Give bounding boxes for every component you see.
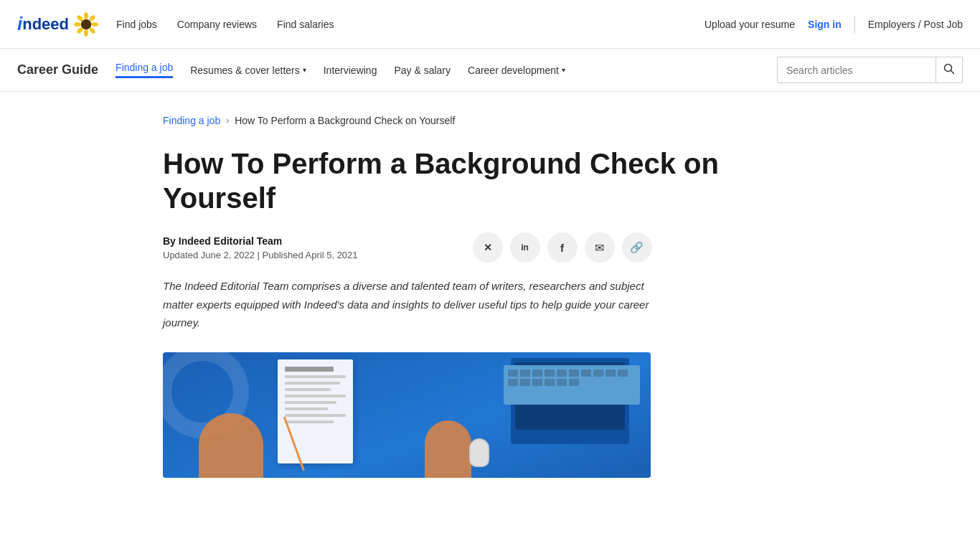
breadcrumb-current: How To Perform a Background Check on You… — [235, 115, 455, 126]
svg-point-2 — [84, 29, 88, 37]
search-articles-button[interactable] — [936, 57, 962, 83]
top-nav: i ndeed Find jobs Company reviews — [0, 0, 980, 49]
logo-rest: ndeed — [22, 15, 69, 34]
hero-image — [163, 352, 651, 478]
link-icon: 🔗 — [630, 241, 644, 254]
nav-divider — [854, 16, 855, 33]
email-icon: ✉ — [595, 241, 604, 255]
svg-point-9 — [81, 19, 91, 29]
breadcrumb: Finding a job › How To Perform a Backgro… — [163, 115, 817, 126]
twitter-icon: ✕ — [484, 242, 492, 253]
nav-interviewing[interactable]: Interviewing — [324, 65, 377, 76]
twitter-share-button[interactable]: ✕ — [473, 232, 503, 263]
hero-mouse — [469, 438, 489, 467]
copy-link-button[interactable]: 🔗 — [622, 232, 652, 263]
svg-point-12 — [85, 25, 86, 27]
hero-keyboard — [504, 365, 640, 405]
search-icon — [943, 63, 955, 75]
author-prefix: By — [163, 235, 179, 247]
hero-right-hand — [425, 420, 471, 478]
sign-in-button[interactable]: Sign in — [808, 19, 842, 30]
author-name-text: Indeed Editorial Team — [179, 235, 282, 247]
nav-pay-salary[interactable]: Pay & salary — [394, 65, 451, 76]
svg-point-1 — [84, 12, 88, 19]
main-content: Finding a job › How To Perform a Backgro… — [146, 92, 834, 507]
author-share-row: By Indeed Editorial Team Updated June 2,… — [163, 232, 817, 263]
email-share-button[interactable]: ✉ — [585, 232, 615, 263]
logo-area: i ndeed — [17, 11, 99, 37]
employers-link[interactable]: Employers / Post Job — [868, 19, 963, 30]
nav-finding-a-job[interactable]: Finding a job — [116, 62, 173, 78]
author-info: By Indeed Editorial Team Updated June 2,… — [163, 235, 358, 260]
find-salaries-link[interactable]: Find salaries — [277, 19, 334, 30]
company-reviews-link[interactable]: Company reviews — [177, 19, 257, 30]
hero-left-hand — [199, 413, 263, 478]
breadcrumb-parent-link[interactable]: Finding a job — [163, 115, 220, 126]
share-buttons: ✕ in f ✉ 🔗 — [473, 232, 652, 263]
find-jobs-link[interactable]: Find jobs — [116, 19, 157, 30]
breadcrumb-separator: › — [226, 116, 229, 126]
nav-resumes[interactable]: Resumes & cover letters ▾ — [190, 65, 306, 76]
upload-resume-link[interactable]: Upload your resume — [705, 19, 795, 30]
author-dates: Updated June 2, 2022 | Published April 5… — [163, 250, 358, 260]
sunflower-icon — [73, 11, 99, 37]
resumes-dropdown-arrow: ▾ — [303, 66, 306, 74]
linkedin-icon: in — [521, 242, 529, 253]
career-dev-dropdown-arrow: ▾ — [562, 66, 565, 74]
author-description: The Indeed Editorial Team comprises a di… — [163, 277, 665, 332]
article-title: How To Perform a Background Check on You… — [163, 146, 780, 215]
career-guide-nav: Career Guide Finding a job Resumes & cov… — [0, 49, 980, 92]
career-guide-title: Career Guide — [17, 62, 98, 77]
svg-line-14 — [951, 71, 954, 74]
search-articles-input[interactable] — [778, 59, 936, 82]
facebook-icon: f — [560, 242, 564, 254]
hero-document — [278, 359, 353, 463]
facebook-share-button[interactable]: f — [547, 232, 578, 263]
career-nav-links: Finding a job Resumes & cover letters ▾ … — [116, 62, 777, 78]
logo-i-letter: i — [17, 13, 22, 35]
top-nav-links: Find jobs Company reviews Find salaries — [116, 19, 705, 30]
svg-point-4 — [91, 22, 98, 27]
svg-point-11 — [88, 22, 89, 24]
top-nav-right: Upload your resume Sign in Employers / P… — [705, 16, 963, 33]
svg-point-10 — [83, 21, 85, 23]
nav-career-development[interactable]: Career development ▾ — [468, 65, 565, 76]
author-name: By Indeed Editorial Team — [163, 235, 358, 247]
indeed-wordmark[interactable]: i ndeed — [17, 13, 69, 35]
svg-point-3 — [74, 22, 81, 27]
linkedin-share-button[interactable]: in — [510, 232, 540, 263]
search-articles-wrapper — [777, 57, 963, 83]
